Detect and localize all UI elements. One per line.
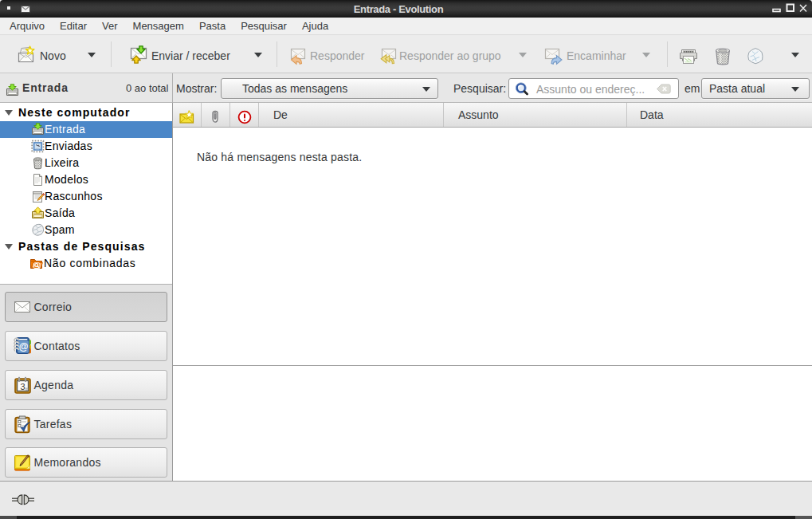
svg-text:3: 3 <box>20 381 25 391</box>
svg-text:@: @ <box>19 341 29 352</box>
